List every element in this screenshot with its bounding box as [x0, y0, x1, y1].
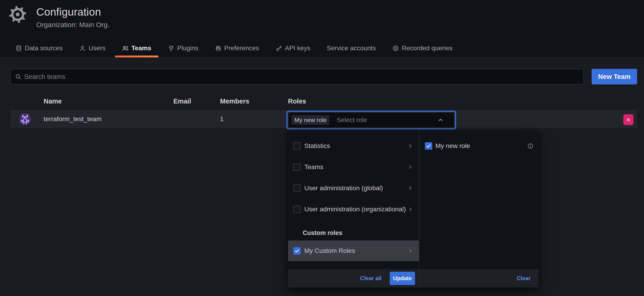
checkbox-checked[interactable] — [293, 247, 301, 255]
menu-footer: Clear all Update — [288, 269, 419, 288]
users-icon — [122, 45, 128, 52]
angle-right-icon — [408, 206, 414, 212]
role-picker[interactable]: My new role Select role — [286, 111, 456, 129]
role-groups-panel: Statistics Teams User administration (gl… — [288, 131, 419, 288]
chevron-up-icon[interactable] — [437, 117, 444, 123]
role-picker-input[interactable]: My new role Select role — [288, 112, 454, 128]
role-picker-placeholder: Select role — [337, 116, 367, 124]
angle-right-icon — [408, 164, 414, 170]
menu-option-teams[interactable]: Teams — [288, 156, 419, 178]
sliders-icon — [215, 45, 222, 52]
checkbox-unchecked[interactable] — [293, 185, 301, 192]
check-icon — [426, 143, 431, 149]
angle-right-icon — [408, 248, 414, 254]
search-placeholder: Search teams — [24, 73, 65, 80]
search-input[interactable]: Search teams — [10, 69, 584, 84]
info-icon[interactable] — [527, 143, 534, 149]
page-subtitle: Organization: Main Org. — [36, 21, 109, 29]
checkbox-checked[interactable] — [425, 142, 432, 150]
update-button[interactable]: Update — [390, 272, 415, 285]
checkbox-unchecked[interactable] — [293, 142, 301, 150]
checkbox-unchecked[interactable] — [293, 206, 301, 213]
menu-option-my-custom-roles[interactable]: My Custom Roles — [288, 241, 419, 261]
menu-option-user-administration-organizational[interactable]: User administration (organizational) — [288, 199, 419, 220]
gear-icon — [8, 4, 28, 24]
role-picker-menu: Statistics Teams User administration (gl… — [288, 131, 538, 288]
team-name: terraform_test_team — [44, 115, 102, 123]
record-icon — [392, 45, 399, 52]
database-icon — [16, 45, 22, 52]
custom-roles-group-label: Custom roles — [288, 220, 419, 241]
plug-icon — [168, 45, 174, 52]
submenu-footer: Clear — [420, 269, 538, 288]
user-icon — [79, 45, 86, 52]
tab-plugins[interactable]: Plugins — [160, 37, 207, 57]
checkbox-unchecked[interactable] — [293, 163, 301, 171]
delete-team-button[interactable] — [623, 114, 634, 125]
menu-option-user-administration-global[interactable]: User administration (global) — [288, 178, 419, 199]
clear-all-button[interactable]: Clear all — [360, 275, 382, 282]
team-avatar — [19, 113, 31, 125]
tab-teams[interactable]: Teams — [114, 37, 160, 57]
tab-recorded-queries[interactable]: Recorded queries — [384, 37, 461, 57]
column-header-members: Members — [220, 97, 249, 105]
role-token[interactable]: My new role — [292, 115, 329, 125]
close-icon — [626, 117, 631, 122]
tab-api-keys[interactable]: API keys — [267, 37, 318, 57]
tab-service-accounts[interactable]: Service accounts — [318, 37, 384, 57]
search-icon — [15, 73, 21, 80]
column-header-roles: Roles — [288, 97, 306, 105]
teams-toolbar: Search teams New Team — [10, 69, 637, 84]
angle-right-icon — [408, 185, 414, 191]
role-submenu-panel: My new role Clear — [420, 131, 538, 288]
tab-data-sources[interactable]: Data sources — [7, 37, 71, 57]
menu-option-statistics[interactable]: Statistics — [288, 135, 419, 156]
clear-button[interactable]: Clear — [517, 275, 530, 282]
new-team-button[interactable]: New Team — [592, 69, 637, 84]
team-members-count: 1 — [220, 115, 224, 123]
angle-right-icon — [408, 143, 414, 149]
key-icon — [276, 45, 282, 52]
column-header-name: Name — [44, 97, 62, 105]
page-header: Configuration Organization: Main Org. Da… — [0, 0, 644, 58]
tab-preferences[interactable]: Preferences — [207, 37, 267, 57]
page-title: Configuration — [36, 5, 109, 18]
submenu-role-item[interactable]: My new role — [420, 142, 538, 150]
check-icon — [294, 248, 300, 254]
tabbar: Data sources Users Teams Plugins Prefere… — [7, 37, 461, 57]
tab-users[interactable]: Users — [71, 37, 114, 57]
column-header-email: Email — [174, 97, 191, 105]
